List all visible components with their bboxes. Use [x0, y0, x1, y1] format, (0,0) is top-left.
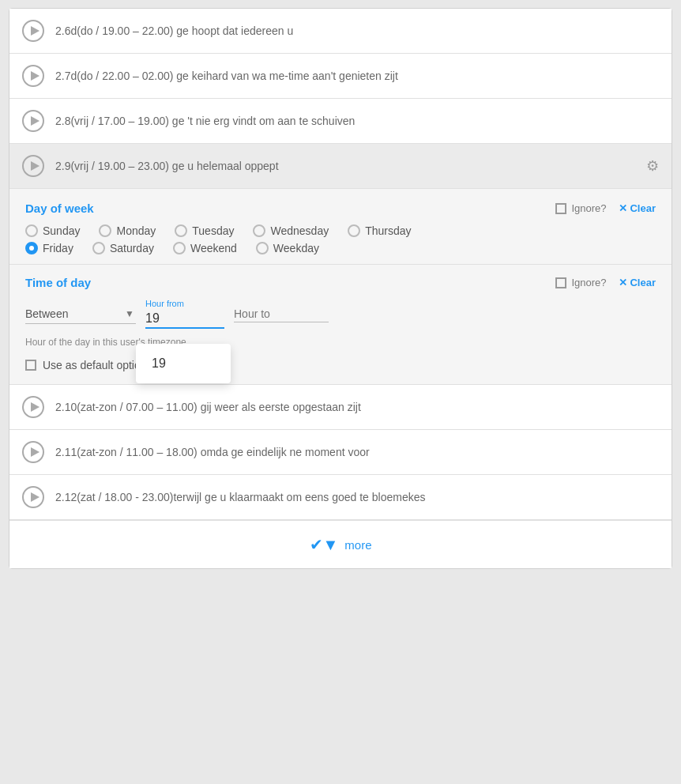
- radio-label-sunday: Sunday: [43, 224, 80, 237]
- radio-label-saturday: Saturday: [110, 242, 154, 254]
- radio-circle-saturday: [92, 242, 105, 254]
- radio-circle-thursday: [348, 224, 360, 237]
- day-ignore-group: Ignore?: [555, 202, 606, 214]
- item-text: 2.8(vrij / 17.00 – 19.00) ge 't nie erg …: [55, 115, 659, 127]
- timezone-note: Hour of the day in this user's timezone.: [25, 337, 656, 348]
- svg-marker-7: [31, 161, 40, 171]
- play-icon[interactable]: [22, 65, 44, 87]
- time-ignore-checkbox[interactable]: [555, 277, 566, 288]
- radio-circle-sunday: [25, 224, 38, 237]
- day-clear-button[interactable]: ✕ Clear: [619, 202, 656, 214]
- list-item-highlighted: 2.9(vrij / 19.00 – 23.00) ge u helemaal …: [9, 144, 672, 189]
- day-clear-label: Clear: [630, 202, 656, 214]
- svg-marker-13: [31, 492, 40, 502]
- radio-label-monday: Monday: [116, 224, 156, 237]
- day-radio-rows: Sunday Monday Tuesday Wednesday Thursday: [25, 224, 656, 254]
- time-ignore-group: Ignore?: [555, 277, 606, 288]
- radio-label-weekday: Weekday: [273, 242, 319, 254]
- item-text: 2.9(vrij / 19.00 – 23.00) ge u helemaal …: [55, 160, 635, 172]
- dropdown-item-19[interactable]: 19: [136, 349, 231, 379]
- between-select[interactable]: Between ▼: [25, 304, 136, 324]
- radio-wednesday[interactable]: Wednesday: [253, 224, 329, 237]
- play-icon[interactable]: [22, 486, 44, 508]
- more-button[interactable]: ✔▼ more: [9, 520, 672, 568]
- radio-label-tuesday: Tuesday: [192, 224, 234, 237]
- hour-from-label: Hour from: [145, 299, 224, 308]
- day-of-week-header: Day of week Ignore? ✕ Clear: [25, 202, 656, 215]
- time-row: Between ▼ Hour from: [25, 299, 656, 329]
- radio-monday[interactable]: Monday: [99, 224, 156, 237]
- item-text: 2.12(zat / 18.00 - 23.00)terwijl ge u kl…: [55, 491, 659, 503]
- time-ignore-label: Ignore?: [571, 277, 606, 288]
- default-option-row: Use as default option?: [25, 359, 656, 371]
- main-container: 2.6d(do / 19.00 – 22.00) ge hoopt dat ie…: [9, 8, 672, 569]
- day-of-week-section: Day of week Ignore? ✕ Clear Sunday Monda…: [9, 189, 672, 265]
- time-clear-x-icon: ✕: [619, 277, 627, 288]
- hour-to-field: [234, 306, 329, 322]
- play-icon[interactable]: [22, 20, 44, 42]
- svg-marker-3: [31, 71, 40, 81]
- item-text: 2.10(zat-zon / 07.00 – 11.00) gij weer a…: [55, 401, 659, 413]
- day-ignore-label: Ignore?: [571, 202, 606, 214]
- list-item: 2.6d(do / 19.00 – 22.00) ge hoopt dat ie…: [9, 9, 672, 54]
- item-text: 2.11(zat-zon / 11.00 – 18.00) omda ge ei…: [55, 446, 659, 458]
- hour-from-input[interactable]: [145, 310, 224, 329]
- list-item: 2.12(zat / 18.00 - 23.00)terwijl ge u kl…: [9, 475, 672, 520]
- hour-to-input[interactable]: [234, 306, 329, 322]
- hour-dropdown-popup: 19: [136, 344, 231, 383]
- list-item: 2.10(zat-zon / 07.00 – 11.00) gij weer a…: [9, 385, 672, 430]
- play-icon[interactable]: [22, 110, 44, 132]
- svg-marker-5: [31, 116, 40, 126]
- list-item: 2.7d(do / 22.00 – 02.00) ge keihard van …: [9, 54, 672, 99]
- radio-thursday[interactable]: Thursday: [348, 224, 411, 237]
- play-icon[interactable]: [22, 155, 44, 177]
- item-text: 2.6d(do / 19.00 – 22.00) ge hoopt dat ie…: [55, 24, 659, 37]
- radio-tuesday[interactable]: Tuesday: [175, 224, 234, 237]
- time-clear-button[interactable]: ✕ Clear: [619, 277, 656, 288]
- time-of-day-header: Time of day Ignore? ✕ Clear: [25, 276, 656, 289]
- svg-marker-9: [31, 402, 40, 412]
- gear-icon[interactable]: ⚙: [646, 157, 659, 175]
- day-radio-row-2: Friday Saturday Weekend Weekday: [25, 242, 656, 254]
- radio-weekday[interactable]: Weekday: [256, 242, 319, 254]
- time-clear-label: Clear: [630, 277, 656, 288]
- radio-circle-monday: [99, 224, 111, 237]
- radio-circle-wednesday: [253, 224, 265, 237]
- hour-from-field: Hour from: [145, 299, 224, 329]
- list-item: 2.11(zat-zon / 11.00 – 18.00) omda ge ei…: [9, 430, 672, 475]
- radio-label-thursday: Thursday: [365, 224, 411, 237]
- more-label: more: [344, 538, 371, 552]
- time-of-day-title: Time of day: [25, 276, 555, 289]
- radio-label-friday: Friday: [43, 242, 73, 254]
- clear-x-icon: ✕: [619, 202, 627, 214]
- list-item: 2.8(vrij / 17.00 – 19.00) ge 't nie erg …: [9, 99, 672, 144]
- radio-circle-weekday: [256, 242, 269, 254]
- top-list: 2.6d(do / 19.00 – 22.00) ge hoopt dat ie…: [9, 9, 672, 189]
- radio-sunday[interactable]: Sunday: [25, 224, 80, 237]
- svg-marker-11: [31, 447, 40, 457]
- default-option-checkbox[interactable]: [25, 360, 36, 371]
- day-ignore-checkbox[interactable]: [555, 203, 566, 214]
- svg-marker-1: [31, 26, 40, 36]
- radio-circle-friday: [25, 242, 38, 254]
- radio-circle-tuesday: [175, 224, 187, 237]
- play-icon[interactable]: [22, 396, 44, 418]
- day-radio-row-1: Sunday Monday Tuesday Wednesday Thursday: [25, 224, 656, 237]
- radio-circle-weekend: [173, 242, 186, 254]
- more-icon: ✔▼: [310, 535, 339, 554]
- item-text: 2.7d(do / 22.00 – 02.00) ge keihard van …: [55, 70, 659, 82]
- day-of-week-title: Day of week: [25, 202, 555, 215]
- radio-friday[interactable]: Friday: [25, 242, 73, 254]
- time-of-day-section: Time of day Ignore? ✕ Clear Between ▼ Ho…: [9, 265, 672, 385]
- play-icon[interactable]: [22, 441, 44, 463]
- radio-saturday[interactable]: Saturday: [92, 242, 154, 254]
- radio-label-wednesday: Wednesday: [270, 224, 329, 237]
- bottom-list: 2.10(zat-zon / 07.00 – 11.00) gij weer a…: [9, 385, 672, 520]
- radio-weekend[interactable]: Weekend: [173, 242, 237, 254]
- radio-label-weekend: Weekend: [190, 242, 237, 254]
- between-dropdown[interactable]: Between: [25, 304, 136, 324]
